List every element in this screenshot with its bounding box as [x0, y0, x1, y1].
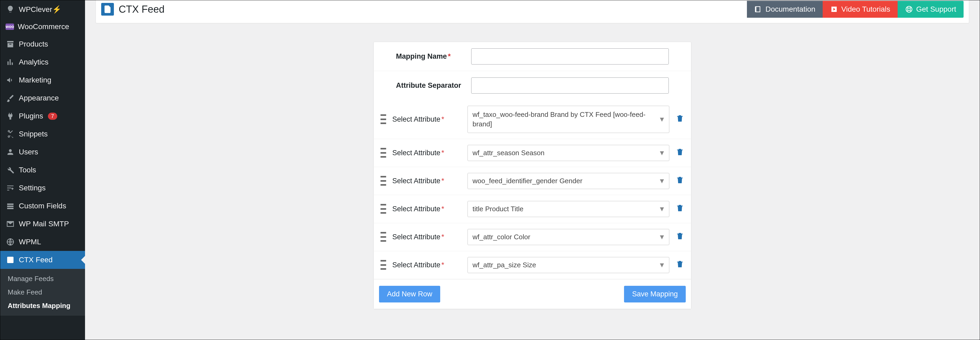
attribute-select[interactable]: title Product Title ▼	[468, 201, 669, 217]
attribute-row: ━━━ Select Attribute* wf_attr_pa_size Si…	[374, 251, 691, 279]
sidebar-sub-make-feed[interactable]: Make Feed	[0, 286, 85, 299]
sidebar-label: Users	[19, 148, 38, 156]
trash-icon	[676, 148, 684, 156]
wrench-icon	[6, 165, 15, 175]
save-mapping-button[interactable]: Save Mapping	[624, 286, 686, 302]
plugins-badge: 7	[48, 112, 57, 120]
drag-handle-icon[interactable]: ━━━	[380, 175, 386, 187]
mapping-form-card: Mapping Name* Attribute Separator	[374, 42, 691, 309]
delete-row-button[interactable]	[676, 114, 684, 125]
fields-icon	[6, 201, 15, 211]
get-support-button[interactable]: Get Support	[897, 1, 964, 18]
form-header-rows: Mapping Name* Attribute Separator	[374, 42, 691, 100]
attribute-row: ━━━ Select Attribute* title Product Titl…	[374, 195, 691, 223]
page-title: CTX Feed	[119, 4, 164, 15]
trash-icon	[676, 204, 684, 212]
attribute-select[interactable]: woo_feed_identifier_gender Gender ▼	[468, 173, 669, 189]
sidebar-sub-manage-feeds[interactable]: Manage Feeds	[0, 272, 85, 286]
sidebar-label: Analytics	[19, 58, 48, 66]
sidebar-item-ctx-feed[interactable]: CTX Feed	[0, 251, 85, 269]
drag-handle-icon[interactable]: ━━━	[380, 147, 386, 159]
mail-icon	[6, 219, 15, 229]
add-new-row-button[interactable]: Add New Row	[379, 286, 440, 302]
delete-row-button[interactable]	[676, 148, 684, 158]
attribute-select[interactable]: wf_taxo_woo-feed-brand Brand by CTX Feed…	[468, 106, 669, 133]
scissors-icon	[6, 129, 15, 139]
sidebar-item-custom-fields[interactable]: Custom Fields	[0, 197, 85, 215]
admin-sidebar: WPClever⚡ woo WooCommerce Products Analy…	[0, 0, 85, 340]
sidebar-item-tools[interactable]: Tools	[0, 161, 85, 179]
megaphone-icon	[6, 75, 15, 85]
attribute-select[interactable]: wf_attr_season Season ▼	[468, 145, 669, 161]
select-attribute-label: Select Attribute*	[392, 261, 461, 269]
documentation-label: Documentation	[765, 5, 815, 13]
drag-handle-icon[interactable]: ━━━	[380, 259, 386, 271]
documentation-button[interactable]: Documentation	[747, 1, 822, 18]
sidebar-item-snippets[interactable]: Snippets	[0, 125, 85, 143]
doc-icon	[101, 3, 114, 16]
attribute-select[interactable]: wf_attr_pa_size Size ▼	[468, 257, 669, 273]
sidebar-label: WPML	[19, 238, 41, 246]
sidebar-label: Settings	[19, 184, 46, 192]
attribute-row: ━━━ Select Attribute* woo_feed_identifie…	[374, 167, 691, 195]
required-star: *	[442, 233, 444, 241]
get-support-label: Get Support	[916, 5, 956, 13]
page-header: CTX Feed Documentation Video Tutorials G…	[95, 0, 969, 23]
globe-icon	[6, 237, 15, 247]
required-star: *	[448, 52, 451, 60]
mapping-name-row: Mapping Name*	[374, 42, 691, 71]
sidebar-label: Marketing	[19, 76, 51, 84]
select-value: woo_feed_identifier_gender Gender	[473, 177, 582, 185]
book-icon	[754, 5, 762, 13]
drag-handle-icon[interactable]: ━━━	[380, 231, 386, 243]
sidebar-label: Products	[19, 40, 48, 48]
sidebar-item-wpml[interactable]: WPML	[0, 233, 85, 251]
attribute-row: ━━━ Select Attribute* wf_taxo_woo-feed-b…	[374, 100, 691, 139]
form-footer: Add New Row Save Mapping	[374, 279, 691, 309]
sidebar-sub-attributes-mapping[interactable]: Attributes Mapping	[0, 299, 85, 313]
delete-row-button[interactable]	[676, 176, 684, 186]
sidebar-item-analytics[interactable]: Analytics	[0, 53, 85, 71]
sidebar-label: Plugins	[19, 112, 43, 120]
sidebar-item-users[interactable]: Users	[0, 143, 85, 161]
delete-row-button[interactable]	[676, 232, 684, 242]
caret-down-icon: ▼	[659, 205, 665, 213]
mapping-name-label: Mapping Name*	[396, 52, 465, 60]
delete-row-button[interactable]	[676, 260, 684, 270]
video-tutorials-button[interactable]: Video Tutorials	[822, 1, 897, 18]
woo-icon: woo	[6, 24, 14, 30]
brush-icon	[6, 93, 15, 103]
header-buttons: Documentation Video Tutorials Get Suppor…	[747, 1, 964, 18]
sidebar-label: WooCommerce	[18, 22, 69, 31]
drag-handle-icon[interactable]: ━━━	[380, 113, 386, 125]
trash-icon	[676, 114, 684, 123]
sidebar-label: Appearance	[19, 94, 59, 102]
delete-row-button[interactable]	[676, 204, 684, 214]
select-value: wf_attr_pa_size Size	[473, 261, 536, 269]
sidebar-item-marketing[interactable]: Marketing	[0, 71, 85, 89]
attribute-row: ━━━ Select Attribute* wf_attr_color Colo…	[374, 223, 691, 251]
select-attribute-label: Select Attribute*	[392, 205, 461, 213]
mapping-name-input[interactable]	[471, 48, 669, 65]
sidebar-item-plugins[interactable]: Plugins 7	[0, 107, 85, 125]
sidebar-item-wp-mail-smtp[interactable]: WP Mail SMTP	[0, 215, 85, 233]
attribute-separator-input[interactable]	[471, 77, 669, 93]
sidebar-item-appearance[interactable]: Appearance	[0, 89, 85, 107]
sidebar-item-settings[interactable]: Settings	[0, 179, 85, 197]
app-frame: WPClever⚡ woo WooCommerce Products Analy…	[0, 0, 980, 340]
main-content: CTX Feed Documentation Video Tutorials G…	[85, 0, 980, 340]
sidebar-item-products[interactable]: Products	[0, 35, 85, 53]
video-tutorials-label: Video Tutorials	[841, 5, 890, 13]
select-value: wf_attr_season Season	[473, 149, 544, 157]
attribute-select[interactable]: wf_attr_color Color ▼	[468, 229, 669, 245]
feed-icon	[6, 255, 15, 265]
sidebar-item-wpclever[interactable]: WPClever⚡	[0, 0, 85, 18]
select-value: wf_attr_color Color	[473, 233, 530, 241]
sidebar-label: WP Mail SMTP	[19, 220, 69, 228]
drag-handle-icon[interactable]: ━━━	[380, 203, 386, 215]
required-star: *	[442, 149, 444, 157]
attribute-row: ━━━ Select Attribute* wf_attr_season Sea…	[374, 139, 691, 167]
sidebar-label: Snippets	[19, 130, 48, 138]
sidebar-item-woocommerce[interactable]: woo WooCommerce	[0, 18, 85, 35]
required-star: *	[442, 205, 444, 213]
